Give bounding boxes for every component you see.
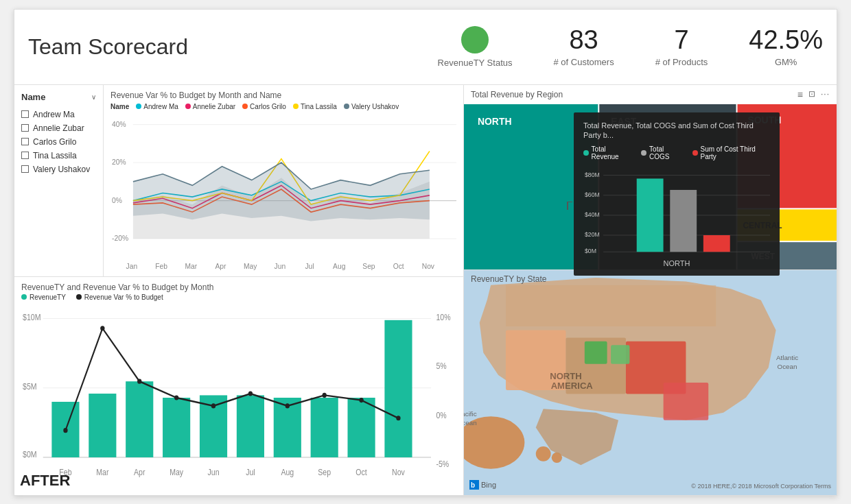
line-dot-oct [359, 398, 363, 403]
svg-text:$20M: $20M [585, 231, 600, 238]
map-title: RevenueTY by State [464, 270, 554, 288]
map-copyright: © 2018 HERE,© 2018 Microsoft Corporation… [691, 483, 831, 490]
treemap-icons: ≡ ⊡ ··· [797, 89, 830, 100]
svg-text:$0M: $0M [23, 450, 37, 459]
legend-annelie: Annelie Zubar [185, 103, 235, 110]
svg-text:Jun: Jun [275, 262, 286, 270]
checkbox-andrew[interactable] [21, 110, 29, 118]
svg-text:$40M: $40M [585, 211, 600, 218]
filter-label-carlos: Carlos Grilo [33, 137, 76, 147]
kpi-group: RevenueTY Status 83 # of Customers 7 # o… [438, 26, 823, 68]
line-chart-area: 40% 20% 0% -20% [110, 113, 456, 273]
bar-may [163, 398, 190, 457]
bar-nov [384, 320, 412, 457]
legend-dot-carlos [242, 104, 248, 109]
svg-text:Nov: Nov [422, 262, 435, 270]
svg-text:Sep: Sep [318, 468, 331, 477]
tooltip-dot-third [692, 150, 698, 156]
products-value: 7 [674, 27, 688, 53]
legend-dot-var [76, 294, 82, 300]
svg-text:$5M: $5M [23, 382, 37, 391]
svg-text:0%: 0% [436, 411, 446, 420]
svg-text:May: May [170, 468, 183, 477]
svg-text:Jun: Jun [208, 468, 220, 477]
legend-label-tina: Tina Lassila [301, 103, 337, 110]
svg-text:Jan: Jan [126, 262, 138, 270]
checkbox-tina[interactable] [21, 152, 29, 159]
svg-text:Aug: Aug [333, 262, 345, 270]
line-dot-may [174, 395, 178, 400]
tooltip-legend-third: Sum of Cost Third Party [692, 145, 770, 160]
tooltip-box: Total Revenue, Total COGS and Sum of Cos… [574, 112, 780, 276]
filter-label-valery: Valery Ushakov [33, 165, 90, 174]
svg-text:Ocean: Ocean [464, 419, 477, 427]
svg-rect-61 [664, 383, 709, 420]
svg-text:$60M: $60M [585, 191, 600, 198]
legend-label-revenuety: RevenueTY [30, 293, 66, 301]
bar-jul [237, 395, 264, 457]
filter-item-valery[interactable]: Valery Ushakov [21, 163, 96, 176]
tooltip-dot-cogs [641, 150, 646, 156]
customers-value: 83 [569, 27, 598, 53]
filter-item-andrew[interactable]: Andrew Ma [21, 108, 96, 121]
line-chart-title: Revenue Var % to Budget by Month and Nam… [110, 91, 456, 100]
filter-label-annelie: Annelie Zubar [33, 123, 84, 133]
svg-text:$10M: $10M [23, 313, 40, 322]
filter-item-annelie[interactable]: Annelie Zubar [21, 121, 96, 135]
filter-header: Name ∨ [21, 92, 96, 102]
legend-label-valery: Valery Ushakov [351, 103, 399, 110]
legend-label-annelie: Annelie Zubar [193, 103, 235, 110]
checkbox-carlos[interactable] [21, 138, 29, 145]
line-dot-jul [248, 391, 253, 396]
svg-text:0%: 0% [112, 195, 122, 204]
treemap-more-icon[interactable]: ··· [821, 89, 830, 100]
after-label: AFTER [20, 472, 70, 490]
filter-item-carlos[interactable]: Carlos Grilo [21, 135, 96, 149]
legend-name-label: Name [110, 103, 129, 110]
treemap-expand-icon[interactable]: ⊡ [808, 89, 815, 100]
line-dot-jun [211, 403, 215, 408]
legend-label-carlos: Carlos Grilo [250, 103, 286, 110]
status-dot-green [461, 26, 489, 53]
svg-text:Jul: Jul [305, 262, 314, 270]
tooltip-dot-revenue [583, 150, 589, 156]
line-chart-svg: 40% 20% 0% -20% [110, 113, 456, 273]
kpi-products: 7 # of Products [655, 27, 708, 67]
checkbox-valery[interactable] [21, 165, 29, 173]
checkbox-annelie[interactable] [21, 124, 29, 132]
tooltip-x-label: NORTH [583, 259, 770, 267]
tooltip-title: Total Revenue, Total COGS and Sum of Cos… [583, 121, 770, 141]
svg-text:Ocean: Ocean [778, 363, 797, 370]
bar-chart-title: RevenueTY and Revenue Var % to Budget by… [21, 283, 456, 292]
name-filter: Name ∨ Andrew Ma Annelie Zubar Carlos Gr… [14, 85, 104, 276]
svg-text:40%: 40% [112, 119, 126, 128]
tooltip-label-third: Sum of Cost Third Party [701, 145, 771, 160]
svg-rect-63 [611, 345, 629, 363]
bing-label: Bing [481, 481, 496, 489]
top-left-section: Name ∨ Andrew Ma Annelie Zubar Carlos Gr… [14, 85, 463, 277]
svg-text:b: b [471, 481, 475, 489]
svg-text:NORTH: NORTH [478, 115, 512, 126]
svg-text:Mar: Mar [96, 468, 108, 477]
svg-text:Sep: Sep [362, 262, 375, 270]
svg-marker-9 [133, 163, 430, 221]
filter-sort-icon[interactable]: ∨ [91, 93, 96, 101]
svg-text:$80M: $80M [585, 171, 600, 178]
legend-carlos: Carlos Grilo [242, 103, 286, 110]
svg-text:AMERICA: AMERICA [551, 380, 594, 390]
legend-dot-tina [293, 104, 299, 109]
svg-text:Oct: Oct [355, 468, 367, 477]
svg-text:Atlantic: Atlantic [776, 354, 798, 361]
line-dot-sep [323, 392, 327, 397]
treemap-hamburger-icon[interactable]: ≡ [797, 89, 803, 100]
line-dot-mar [100, 326, 104, 331]
filter-title: Name [21, 92, 45, 102]
tooltip-chart-area: $80M $60M $40M $20M $0M [583, 167, 770, 256]
svg-text:Pacific: Pacific [464, 410, 477, 418]
legend-andrew: Andrew Ma [136, 103, 178, 110]
page-title: Team Scorecard [28, 34, 207, 60]
svg-text:Mar: Mar [185, 262, 197, 270]
filter-item-tina[interactable]: Tina Lassila [21, 149, 96, 163]
line-dot-feb [63, 428, 67, 433]
legend-dot-andrew [136, 104, 141, 109]
